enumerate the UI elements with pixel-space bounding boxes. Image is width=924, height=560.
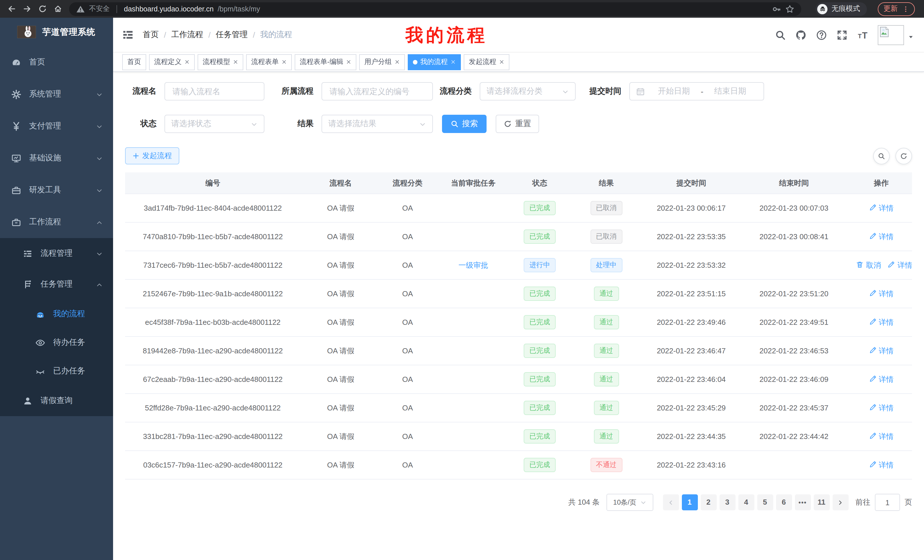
show-search-button[interactable] <box>873 148 890 164</box>
cell-end-time <box>737 251 850 279</box>
edit-icon <box>869 460 876 470</box>
page-button[interactable]: 6 <box>776 494 792 511</box>
address-bar[interactable]: 不安全 dashboard.yudao.iocoder.cn/bpm/task/… <box>69 2 801 16</box>
cell-end-time: 2022-01-22 23:45:37 <box>737 394 850 422</box>
tab-view[interactable]: 流程模型 <box>198 54 243 70</box>
detail-link[interactable]: 详情 <box>869 460 894 470</box>
sidebar-item[interactable]: 首页 <box>0 46 113 78</box>
update-button[interactable]: 更新 <box>878 2 915 16</box>
sidebar-item-label: 请假查询 <box>40 395 103 406</box>
sidebar-item[interactable]: 研发工具 <box>0 174 113 206</box>
search-button[interactable]: 搜索 <box>442 115 486 133</box>
breadcrumb-item[interactable]: 工作流程 <box>171 30 203 40</box>
tab-view[interactable]: 用户分组 <box>359 54 405 70</box>
breadcrumb-item[interactable]: 任务管理 <box>216 30 248 40</box>
submit-time-range-picker[interactable]: 开始日期 - 结束日期 <box>629 82 764 100</box>
sidebar-item[interactable]: 基础设施 <box>0 142 113 174</box>
next-page-button[interactable] <box>832 494 848 511</box>
page-button[interactable]: 2 <box>700 494 716 511</box>
sidebar-item[interactable]: 流程管理 <box>0 238 113 269</box>
page-button[interactable]: 4 <box>738 494 754 511</box>
sidebar-item[interactable]: 待办任务 <box>0 328 113 357</box>
hamburger-icon[interactable] <box>122 29 134 40</box>
back-icon[interactable] <box>6 3 17 15</box>
font-size-icon[interactable]: TT <box>857 29 868 40</box>
user-avatar[interactable] <box>878 25 914 45</box>
sidebar-item[interactable]: 请假查询 <box>0 385 113 416</box>
cancel-link[interactable]: 取消 <box>856 260 881 270</box>
pagination: 共 104 条 10条/页 123456•••11 前往 页 <box>125 494 912 511</box>
search-icon[interactable] <box>775 29 786 40</box>
browser-toolbar: 不安全 dashboard.yudao.iocoder.cn/bpm/task/… <box>0 0 924 18</box>
tab-view[interactable]: 发起流程 <box>464 54 509 70</box>
detail-link[interactable]: 详情 <box>869 203 894 213</box>
star-icon[interactable] <box>785 4 794 13</box>
process-category-select[interactable]: 请选择流程分类 <box>480 82 576 100</box>
detail-link[interactable]: 详情 <box>869 289 894 299</box>
sidebar-item[interactable]: 我的流程 <box>0 300 113 328</box>
detail-link[interactable]: 详情 <box>869 232 894 242</box>
page-button[interactable]: 3 <box>719 494 735 511</box>
reset-button[interactable]: 重置 <box>496 115 539 133</box>
breadcrumb-item[interactable]: 首页 <box>143 30 159 40</box>
edit-icon <box>869 204 876 213</box>
tab-view[interactable]: 首页 <box>122 54 146 70</box>
home-icon[interactable] <box>52 3 63 15</box>
key-icon[interactable] <box>772 4 781 13</box>
sidebar-item[interactable]: 支付管理 <box>0 110 113 142</box>
browser-menu-icon[interactable] <box>902 5 909 12</box>
cell-id: 52ffd28e-7b9a-11ec-a290-acde48001122 <box>125 394 301 422</box>
detail-link[interactable]: 详情 <box>888 260 912 270</box>
sidebar-item[interactable]: 已办任务 <box>0 357 113 385</box>
process-name-input[interactable] <box>165 82 264 100</box>
cell-process-name: OA 请假 <box>301 422 381 451</box>
url-path: /bpm/task/my <box>218 5 260 13</box>
cell-submit-time: 2022-01-22 23:45:29 <box>645 394 737 422</box>
help-icon[interactable] <box>816 29 827 40</box>
refresh-table-button[interactable] <box>896 148 912 164</box>
detail-link[interactable]: 详情 <box>869 431 894 442</box>
tab-view[interactable]: 流程定义 <box>149 54 195 70</box>
sidebar-item[interactable]: 任务管理 <box>0 269 113 300</box>
tab-close-icon[interactable] <box>346 59 351 64</box>
task-link[interactable]: 一级审批 <box>458 261 488 269</box>
goto-suffix: 页 <box>904 497 912 508</box>
tab-close-icon[interactable] <box>451 59 456 64</box>
forward-icon[interactable] <box>21 3 33 15</box>
page-button[interactable]: 5 <box>757 494 773 511</box>
tab-close-icon[interactable] <box>282 59 286 64</box>
column-header: 流程分类 <box>381 172 434 194</box>
detail-link[interactable]: 详情 <box>869 374 894 385</box>
page-size-select[interactable]: 10条/页 <box>606 494 653 511</box>
result-select[interactable]: 请选择流结果 <box>321 115 433 133</box>
column-header: 状态 <box>512 172 567 194</box>
tab-close-icon[interactable] <box>499 59 504 64</box>
sidebar-item[interactable]: 工作流程 <box>0 206 113 238</box>
status-select[interactable]: 请选择状态 <box>165 115 264 133</box>
briefcase-icon <box>11 217 21 227</box>
detail-link[interactable]: 详情 <box>869 317 894 327</box>
cell-actions: 详情 <box>850 279 912 308</box>
tab-view[interactable]: 流程表单-编辑 <box>295 54 356 70</box>
tab-close-icon[interactable] <box>233 59 238 64</box>
detail-link[interactable]: 详情 <box>869 403 894 413</box>
cell-current-task <box>434 422 512 451</box>
tab-view[interactable]: 流程表单 <box>246 54 292 70</box>
detail-link[interactable]: 详情 <box>869 346 894 356</box>
sidebar-item[interactable]: 系统管理 <box>0 78 113 110</box>
prev-page-button[interactable] <box>663 494 679 511</box>
app-logo[interactable]: 芋道管理系统 <box>0 18 113 46</box>
github-icon[interactable] <box>795 29 806 40</box>
tab-close-icon[interactable] <box>184 59 190 64</box>
fullscreen-icon[interactable] <box>837 29 848 40</box>
cell-result: 通过 <box>567 394 645 422</box>
create-process-button[interactable]: 发起流程 <box>125 147 179 165</box>
page-ellipsis[interactable]: ••• <box>795 495 811 511</box>
goto-page-input[interactable] <box>875 494 900 511</box>
tab-close-icon[interactable] <box>394 59 400 64</box>
page-button[interactable]: 1 <box>682 494 698 511</box>
page-button[interactable]: 11 <box>813 494 830 511</box>
reload-icon[interactable] <box>36 3 48 15</box>
tab-active[interactable]: 我的流程 <box>408 54 461 70</box>
process-definition-input[interactable] <box>321 82 433 100</box>
